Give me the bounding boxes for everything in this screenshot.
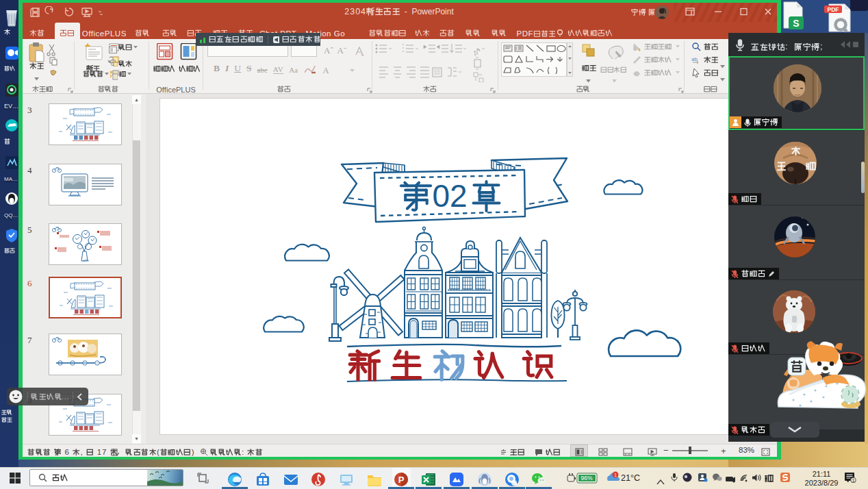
- svg-text:1: 1: [614, 473, 617, 477]
- svg-text:02: 02: [432, 178, 467, 214]
- svg-text:S: S: [793, 18, 799, 29]
- svg-text:PDF: PDF: [828, 6, 839, 13]
- svg-text:P: P: [398, 475, 405, 485]
- svg-text:1: 1: [852, 478, 855, 483]
- svg-text:96%: 96%: [580, 475, 592, 481]
- svg-text:ab: ab: [691, 56, 698, 62]
